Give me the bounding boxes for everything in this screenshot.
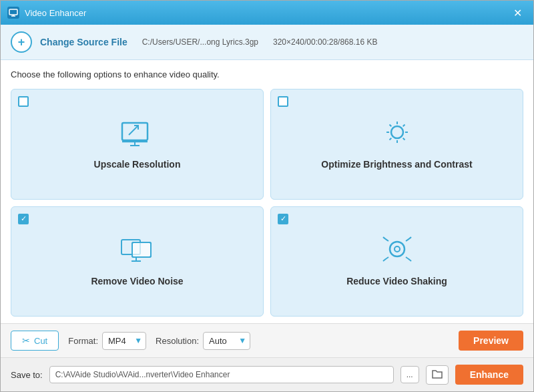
enhance-button[interactable]: Enhance [455,365,523,385]
folder-icon [432,371,443,381]
browse-folder-button[interactable] [426,365,449,385]
cut-button[interactable]: ✂ Cut [11,331,59,351]
resolution-group: Resolution: Auto 720p 1080p 4K ▼ [156,332,250,350]
more-options-button[interactable]: ... [400,366,419,383]
noise-icon [119,236,156,269]
cut-label: Cut [34,336,47,346]
format-select-wrapper: MP4 AVI MOV MKV WMV ▼ [102,332,146,350]
noise-label: Remove Video Noise [91,276,183,286]
svg-line-15 [403,138,405,140]
svg-line-17 [389,138,391,140]
svg-rect-19 [132,242,151,257]
main-content: Choose the following options to enhance … [1,60,533,323]
resolution-label: Resolution: [156,336,199,346]
upscale-label: Upscale Resolution [94,159,181,170]
brightness-label: Optimize Brightness and Contrast [321,159,472,170]
shake-label: Reduce Video Shaking [346,276,447,286]
subtitle-text: Choose the following options to enhance … [11,69,523,79]
change-source-button[interactable]: Change Source File [40,37,127,47]
shake-checkbox[interactable]: ✓ [278,214,288,224]
scissors-icon: ✂ [22,335,30,346]
svg-line-14 [389,124,391,126]
upscale-icon [119,119,156,152]
noise-checkmark: ✓ [21,215,27,222]
shake-checkmark: ✓ [280,215,286,222]
options-grid: Upscale Resolution [11,89,523,317]
brightness-icon [379,119,415,152]
resolution-select[interactable]: Auto 720p 1080p 4K [203,332,250,350]
title-bar: Video Enhancer ✕ [1,1,533,25]
option-shake[interactable]: ✓ Reduce Video Shaking [270,206,523,317]
source-bar: + Change Source File C:/Users/USER/...on… [1,25,533,60]
format-select[interactable]: MP4 AVI MOV MKV WMV [102,332,146,350]
format-group: Format: MP4 AVI MOV MKV WMV ▼ [68,332,146,350]
option-upscale[interactable]: Upscale Resolution [11,89,264,200]
svg-point-23 [390,242,405,256]
close-button[interactable]: ✕ [508,3,527,22]
app-icon [7,7,19,19]
bottom-bar: Save to: C:\AVAide Studio\AVAid...nverte… [1,357,533,391]
file-metadata: 320×240/00:00:28/868.16 KB [273,37,377,47]
resolution-select-wrapper: Auto 720p 1080p 4K ▼ [203,332,250,350]
svg-line-7 [129,126,138,135]
video-enhancer-window: Video Enhancer ✕ + Change Source File C:… [0,0,534,392]
preview-button[interactable]: Preview [459,331,523,351]
svg-rect-0 [9,9,17,15]
option-brightness[interactable]: Optimize Brightness and Contrast [270,89,523,200]
upscale-checkbox[interactable] [18,96,29,107]
toolbar-bar: ✂ Cut Format: MP4 AVI MOV MKV WMV ▼ Reso… [1,323,533,357]
file-path: C:/Users/USER/...ong Lyrics.3gp [142,37,258,47]
save-path-display: C:\AVAide Studio\AVAid...nverter\Video E… [49,366,394,383]
noise-checkbox[interactable]: ✓ [18,214,29,224]
shake-icon [379,236,415,269]
svg-point-24 [394,246,400,252]
format-label: Format: [68,336,98,346]
add-source-button[interactable]: + [11,31,32,53]
window-title: Video Enhancer [25,8,508,18]
brightness-checkbox[interactable] [278,96,288,107]
svg-line-16 [403,124,405,126]
option-noise[interactable]: ✓ Remove Video Noise [11,206,264,317]
save-to-label: Save to: [11,370,43,380]
svg-point-9 [391,126,403,138]
